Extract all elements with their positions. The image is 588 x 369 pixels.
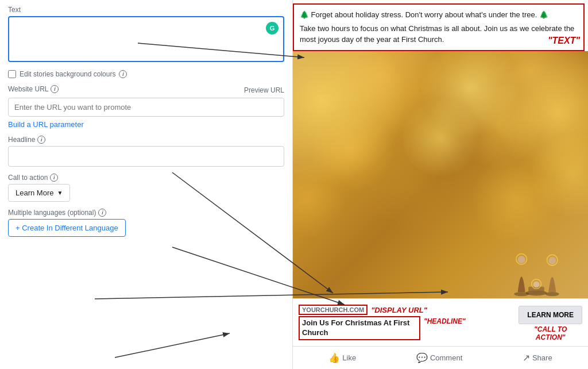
edit-stories-info-icon[interactable]: i [119, 70, 127, 78]
headline-input[interactable] [8, 146, 284, 167]
cta-label: Call to action [8, 174, 48, 182]
figurines [502, 229, 571, 298]
like-label: Like [342, 353, 356, 362]
ad-image [293, 51, 588, 299]
headline-badge: "HEADLINE" [424, 317, 466, 325]
learn-more-label: Learn More [16, 189, 53, 197]
url-header: Website URL i Preview URL [8, 85, 284, 95]
headline-text: Join Us For Christmas At First Church [302, 318, 417, 338]
comment-button[interactable]: 💬 Comment [412, 350, 467, 366]
headline-section: Headline i [8, 136, 284, 167]
post-text-area: 🌲 Forget about holiday stress. Don't wor… [293, 3, 585, 51]
text-label: Text [8, 6, 284, 14]
preview-url-label: Preview URL [244, 86, 284, 94]
lang-section: Multiple languages (optional) i + Create… [8, 209, 284, 237]
post-sub-text: Take two hours to focus on what Christma… [300, 23, 578, 45]
like-icon: 👍 [328, 352, 340, 363]
svg-point-4 [518, 256, 525, 263]
text-section: Text G [8, 6, 284, 62]
text-input[interactable] [14, 21, 262, 57]
website-url-label-row: Website URL i [8, 85, 59, 93]
share-icon: ↗ [523, 352, 530, 363]
cta-section: Call to action i Learn More ▼ [8, 174, 284, 202]
like-button[interactable]: 👍 Like [324, 350, 361, 366]
share-button[interactable]: ↗ Share [518, 350, 557, 366]
text-input-wrapper: G [8, 16, 284, 62]
svg-point-3 [514, 292, 529, 296]
url-input[interactable] [8, 98, 284, 117]
comment-icon: 💬 [416, 352, 428, 363]
website-url-label: Website URL [8, 85, 48, 93]
svg-rect-1 [528, 287, 544, 294]
left-panel: Text G Edit stories background colours i… [0, 0, 293, 369]
headline-box: Join Us For Christmas At First Church [299, 316, 420, 340]
edit-stories-checkbox[interactable] [8, 70, 16, 78]
fb-actions-bar: 👍 Like 💬 Comment ↗ Share [293, 346, 588, 369]
learn-more-ad-button[interactable]: LEARN MORE [519, 306, 582, 324]
post-tree-text: 🌲 Forget about holiday stress. Don't wor… [300, 9, 578, 21]
headline-info-icon[interactable]: i [37, 136, 45, 144]
headline-label: Headline [8, 136, 35, 144]
share-label: Share [532, 353, 552, 362]
create-lang-label: + Create In Different Language [16, 224, 118, 232]
bottom-card-left: YOURCHURCH.COM "DISPLAY URL" Join Us For… [299, 305, 466, 340]
display-url-row: YOURCHURCH.COM "DISPLAY URL" [299, 305, 466, 315]
learn-more-button[interactable]: Learn More ▼ [8, 184, 70, 202]
website-url-section: Website URL i Preview URL Build a URL pa… [8, 85, 284, 129]
display-url-badge: "DISPLAY URL" [371, 306, 427, 314]
lang-label-row: Multiple languages (optional) i [8, 209, 284, 217]
svg-point-5 [546, 292, 559, 296]
edit-stories-row: Edit stories background colours i [8, 70, 284, 78]
headline-row: Join Us For Christmas At First Church "H… [299, 316, 466, 340]
website-url-info-icon[interactable]: i [51, 85, 59, 93]
cta-right: LEARN MORE "CALL TO ACTION" [519, 303, 582, 341]
text-badge: "TEXT" [548, 34, 580, 48]
cta-badge: "CALL TO ACTION" [534, 325, 567, 341]
bottom-card: YOURCHURCH.COM "DISPLAY URL" Join Us For… [293, 298, 588, 346]
headline-label-row: Headline i [8, 136, 284, 144]
cta-label-row: Call to action i [8, 174, 284, 182]
edit-stories-label: Edit stories background colours [20, 70, 115, 78]
comment-label: Comment [430, 353, 462, 362]
build-url-link[interactable]: Build a URL parameter [8, 120, 84, 129]
svg-point-2 [533, 281, 539, 287]
create-lang-button[interactable]: + Create In Different Language [8, 219, 126, 237]
chevron-down-icon: ▼ [57, 190, 63, 196]
lang-label: Multiple languages (optional) [8, 209, 96, 217]
grammarly-icon[interactable]: G [266, 22, 278, 34]
display-url: YOURCHURCH.COM [299, 305, 368, 315]
cta-info-icon[interactable]: i [50, 174, 58, 182]
svg-point-6 [548, 257, 556, 264]
lang-info-icon[interactable]: i [98, 209, 106, 217]
right-panel: 🌲 Forget about holiday stress. Don't wor… [293, 0, 588, 369]
